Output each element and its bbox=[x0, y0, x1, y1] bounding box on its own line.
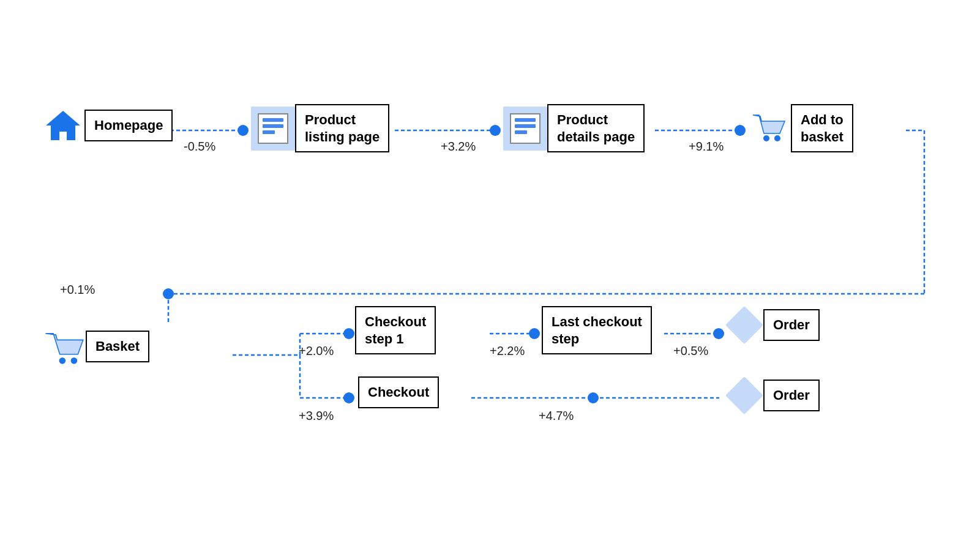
dot-3 bbox=[735, 125, 746, 136]
homepage-label: Homepage bbox=[84, 110, 173, 141]
pct-3: +9.1% bbox=[689, 140, 724, 154]
checkout-step1-label: Checkout step 1 bbox=[355, 306, 436, 354]
pct-7: +0.5% bbox=[673, 344, 708, 358]
last-checkout-label: Last checkout step bbox=[542, 306, 652, 354]
node-order1: Order bbox=[725, 306, 820, 344]
checkout-label: Checkout bbox=[358, 376, 439, 408]
diamond-icon-1 bbox=[725, 306, 763, 344]
dot-8 bbox=[343, 392, 354, 403]
svg-marker-15 bbox=[46, 111, 80, 140]
dot-1 bbox=[238, 125, 249, 136]
diagram: Homepage Product listing page Product de… bbox=[0, 0, 980, 535]
connector-lines bbox=[0, 0, 980, 535]
node-checkout-step1: Checkout step 1 bbox=[355, 306, 436, 354]
node-product-details: Product details page bbox=[503, 104, 645, 152]
svg-point-17 bbox=[774, 135, 780, 141]
order2-label: Order bbox=[763, 380, 820, 411]
node-homepage: Homepage bbox=[42, 104, 173, 147]
dot-5 bbox=[343, 328, 354, 339]
product-listing-label: Product listing page bbox=[295, 104, 389, 152]
pct-8: +3.9% bbox=[299, 409, 334, 423]
list-icon-2 bbox=[503, 107, 547, 151]
basket-label: Basket bbox=[86, 331, 149, 362]
node-add-to-basket: Add to basket bbox=[747, 104, 853, 152]
node-last-checkout: Last checkout step bbox=[542, 306, 652, 354]
node-basket: Basket bbox=[42, 324, 149, 369]
cart-icon bbox=[747, 107, 791, 151]
home-icon bbox=[42, 104, 84, 147]
svg-point-19 bbox=[71, 357, 78, 364]
node-checkout: Checkout bbox=[358, 376, 439, 408]
pct-1: -0.5% bbox=[184, 140, 215, 154]
pct-6: +2.2% bbox=[490, 344, 525, 358]
dot-2 bbox=[490, 125, 501, 136]
dot-6 bbox=[529, 328, 540, 339]
pct-5: +2.0% bbox=[299, 344, 334, 358]
add-to-basket-label: Add to basket bbox=[791, 104, 853, 152]
dot-7 bbox=[713, 328, 724, 339]
product-details-label: Product details page bbox=[547, 104, 645, 152]
diamond-icon-2 bbox=[725, 376, 763, 414]
basket-icon bbox=[42, 324, 86, 369]
dot-4 bbox=[163, 288, 174, 299]
node-product-listing: Product listing page bbox=[251, 104, 389, 152]
list-icon bbox=[251, 107, 295, 151]
svg-point-16 bbox=[763, 135, 769, 141]
pct-9: +4.7% bbox=[539, 409, 574, 423]
dot-9 bbox=[588, 392, 599, 403]
order1-label: Order bbox=[763, 309, 820, 341]
node-order2: Order bbox=[725, 376, 820, 414]
pct-2: +3.2% bbox=[441, 140, 476, 154]
pct-4: +0.1% bbox=[60, 283, 95, 297]
svg-point-18 bbox=[59, 357, 66, 364]
